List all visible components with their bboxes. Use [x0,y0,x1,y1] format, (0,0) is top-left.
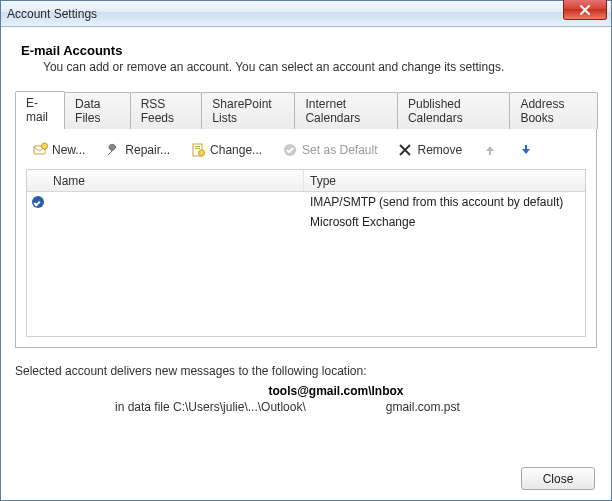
table-row[interactable]: Microsoft Exchange [27,212,585,232]
accounts-table: Name Type IMAP/SMTP (send from this acco… [26,169,586,337]
delivery-path-suffix: gmail.com.pst [386,400,460,414]
delivery-path: in data file C:\Users\julie\...\Outlook\… [115,400,597,414]
tab-address-books[interactable]: Address Books [509,92,598,129]
new-account-button[interactable]: New... [28,140,89,160]
cell-name [49,192,304,212]
tab-row: E-mail Data Files RSS Feeds SharePoint L… [15,90,597,128]
toolbar: New... Repair... [26,137,586,163]
set-default-button[interactable]: Set as Default [278,140,381,160]
cell-name [49,212,304,232]
cell-type: IMAP/SMTP (send from this account by def… [304,195,585,209]
tab-internet-calendars[interactable]: Internet Calendars [294,92,398,129]
cell-type: Microsoft Exchange [304,215,585,229]
account-settings-dialog: Account Settings E-mail Accounts You can… [0,0,612,501]
change-account-button[interactable]: Change... [186,140,266,160]
default-account-icon [32,196,44,208]
window-close-button[interactable] [563,0,607,20]
delivery-intro: Selected account delivers new messages t… [15,364,597,378]
repair-icon [105,142,121,158]
arrow-down-icon [518,142,534,158]
move-up-button[interactable] [478,140,502,160]
delivery-folder: tools@gmail.com\Inbox [75,384,597,398]
svg-rect-4 [195,148,200,149]
tab-data-files[interactable]: Data Files [64,92,131,129]
tab-email[interactable]: E-mail [15,91,65,129]
set-default-label: Set as Default [302,143,377,157]
section-subheading: You can add or remove an account. You ca… [43,60,597,74]
col-header-type[interactable]: Type [304,174,585,188]
tab-sharepoint-lists[interactable]: SharePoint Lists [201,92,295,129]
move-down-button[interactable] [514,140,538,160]
new-label: New... [52,143,85,157]
change-icon [190,142,206,158]
col-header-name[interactable]: Name [49,170,304,191]
section-heading: E-mail Accounts [21,43,597,58]
table-row[interactable]: IMAP/SMTP (send from this account by def… [27,192,585,212]
repair-account-button[interactable]: Repair... [101,140,174,160]
close-button[interactable]: Close [521,467,595,490]
dialog-body: E-mail Accounts You can add or remove an… [1,27,611,500]
remove-label: Remove [417,143,462,157]
tab-published-calendars[interactable]: Published Calendars [397,92,510,129]
remove-icon [397,142,413,158]
arrow-up-icon [482,142,498,158]
repair-label: Repair... [125,143,170,157]
close-icon [579,4,591,16]
svg-point-1 [42,143,48,149]
titlebar: Account Settings [1,1,611,27]
tab-rss-feeds[interactable]: RSS Feeds [130,92,203,129]
remove-account-button[interactable]: Remove [393,140,466,160]
table-header: Name Type [27,170,585,192]
table-body: IMAP/SMTP (send from this account by def… [27,192,585,336]
delivery-path-prefix: in data file C:\Users\julie\...\Outlook\ [115,400,306,414]
tab-content-email: New... Repair... [15,128,597,348]
dialog-button-row: Close [521,467,595,490]
svg-rect-3 [195,146,200,147]
new-icon [32,142,48,158]
svg-point-5 [199,150,205,156]
set-default-icon [282,142,298,158]
window-title: Account Settings [7,7,97,21]
change-label: Change... [210,143,262,157]
